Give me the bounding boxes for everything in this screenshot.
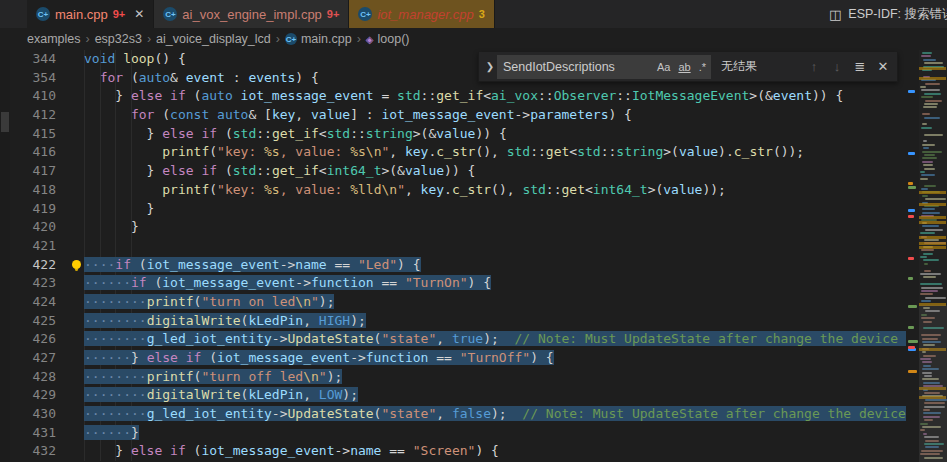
code-token xyxy=(233,88,241,103)
code-line[interactable]: 421 xyxy=(10,237,906,256)
line-number[interactable]: 412 xyxy=(10,106,74,125)
lightbulb-icon[interactable] xyxy=(72,260,81,269)
code-token: if xyxy=(186,350,202,365)
code-token: ······ xyxy=(84,275,131,290)
code-token: -> xyxy=(515,107,531,122)
line-number[interactable]: 421 xyxy=(10,237,74,256)
code-line[interactable]: 425········digitalWrite(kLedPin, HIGH); xyxy=(10,312,906,331)
code-token: "TurnOff" xyxy=(460,350,530,365)
line-number[interactable]: 419 xyxy=(10,200,74,219)
line-number[interactable]: 416 xyxy=(10,143,74,162)
whole-word-toggle[interactable]: ab xyxy=(675,60,693,74)
minimap-slider[interactable] xyxy=(919,305,947,462)
line-number[interactable]: 428 xyxy=(10,368,74,387)
line-number[interactable]: 427 xyxy=(10,349,74,368)
cpp-file-icon: C+ xyxy=(358,7,372,21)
code-token: ( xyxy=(209,144,217,159)
next-match-button[interactable]: ↓ xyxy=(827,59,847,74)
code-token: -> xyxy=(272,331,288,346)
selection-highlight: ····if (iot_message_event->name == "Led"… xyxy=(84,257,421,272)
line-number[interactable]: 415 xyxy=(10,125,74,144)
line-number[interactable]: 430 xyxy=(10,405,74,424)
code-token: "key: xyxy=(217,182,264,197)
line-number[interactable]: 418 xyxy=(10,181,74,200)
code-line[interactable]: 426········g_led_iot_entity->UpdateState… xyxy=(10,330,906,349)
breadcrumb-item-examples[interactable]: examples xyxy=(27,32,81,46)
code-token: else xyxy=(147,350,178,365)
code-token: == xyxy=(327,257,358,272)
toggle-replace-chevron-icon[interactable]: ❯ xyxy=(483,61,497,72)
find-input[interactable] xyxy=(497,59,647,75)
line-number[interactable]: 429 xyxy=(10,386,74,405)
code-token: ). xyxy=(718,144,734,159)
line-number[interactable]: 417 xyxy=(10,162,74,181)
line-number[interactable]: 410 xyxy=(10,87,74,106)
code-line[interactable]: 429········digitalWrite(kLedPin, LOW); xyxy=(10,386,906,405)
breadcrumb-item-main-cpp[interactable]: C+main.cpp xyxy=(285,32,352,46)
code-line[interactable]: 416 printf("key: %s, value: %s\n", key.c… xyxy=(10,143,906,162)
code-editor[interactable]: 344void loop() {354 for (auto& event : e… xyxy=(10,50,906,462)
split-editor-icon[interactable]: ◫ xyxy=(829,7,841,22)
code-line[interactable]: 431······} xyxy=(10,424,906,443)
code-line[interactable]: 428········printf("turn off led\n"); xyxy=(10,368,906,387)
tab-main-cpp[interactable]: C+main.cpp9+✕ xyxy=(27,0,154,28)
code-token: >(& xyxy=(749,88,772,103)
breadcrumb-item-loop-[interactable]: ◈loop() xyxy=(366,32,410,46)
code-token: , xyxy=(405,182,421,197)
minimap-code-bar xyxy=(925,229,943,231)
line-number[interactable]: 426 xyxy=(10,330,74,349)
tab-bar: C+main.cpp9+✕C+ai_vox_engine_impl.cpp9+C… xyxy=(0,0,947,28)
line-number[interactable]: 425 xyxy=(10,312,74,331)
find-buttons: ↑↓≣✕ xyxy=(804,59,893,74)
code-token: ] : xyxy=(350,107,381,122)
code-token: ( xyxy=(131,257,147,272)
ruler-mark xyxy=(908,209,915,212)
code-line[interactable]: 427······} else if (iot_message_event->f… xyxy=(10,349,906,368)
code-token: :: xyxy=(256,126,272,141)
code-token: get_if xyxy=(272,163,319,178)
minimap[interactable] xyxy=(919,50,947,462)
line-number[interactable]: 344 xyxy=(10,50,74,69)
line-number[interactable]: 432 xyxy=(10,442,74,461)
code-token: c_str xyxy=(452,182,491,197)
code-line[interactable]: 420 } xyxy=(10,218,906,237)
match-case-toggle[interactable]: Aa xyxy=(654,60,673,74)
code-line[interactable]: 412 for (const auto& [key, value] : iot_… xyxy=(10,106,906,125)
code-line[interactable]: 410 } else if (auto iot_message_event = … xyxy=(10,87,906,106)
code-line-content: ········g_led_iot_entity->UpdateState("s… xyxy=(74,405,906,424)
line-number[interactable]: 424 xyxy=(10,293,74,312)
code-line[interactable]: 419 } xyxy=(10,200,906,219)
code-token: ······ xyxy=(84,350,131,365)
tab-iot_manager-cpp[interactable]: C+iot_manager.cpp3 xyxy=(349,0,494,28)
code-token: ) { xyxy=(608,107,631,122)
tab-problems-badge: 9+ xyxy=(327,8,340,20)
breadcrumb-item-esp32s3[interactable]: esp32s3 xyxy=(95,32,142,46)
breadcrumb-item-ai-voice-display-lcd[interactable]: ai_voice_display_lcd xyxy=(156,32,271,46)
code-line[interactable]: 422····if (iot_message_event->name == "L… xyxy=(10,256,906,275)
overview-ruler[interactable] xyxy=(906,50,919,462)
code-line[interactable]: 432 } else if (iot_message_event->name =… xyxy=(10,442,906,461)
line-number[interactable]: 420 xyxy=(10,218,74,237)
code-line[interactable]: 423······if (iot_message_event->function… xyxy=(10,274,906,293)
close-find-button[interactable]: ✕ xyxy=(873,59,893,74)
tab-close-icon[interactable]: ✕ xyxy=(134,7,144,21)
line-number[interactable]: 431 xyxy=(10,424,74,443)
esp-idf-action-label[interactable]: ESP-IDF: 搜索错误 xyxy=(848,6,947,23)
tab-ai_vox_engine_impl-cpp[interactable]: C+ai_vox_engine_impl.cpp9+ xyxy=(154,0,349,28)
code-line[interactable]: 424········printf("turn on led\n"); xyxy=(10,293,906,312)
code-token: \n xyxy=(303,369,319,384)
code-line[interactable]: 417 } else if (std::get_if<int64_t>(&val… xyxy=(10,162,906,181)
code-line[interactable]: 430········g_led_iot_entity->UpdateState… xyxy=(10,405,906,424)
find-in-selection-button[interactable]: ≣ xyxy=(850,59,870,74)
line-number[interactable]: 423 xyxy=(10,274,74,293)
code-token: , value: xyxy=(280,144,350,159)
previous-match-button[interactable]: ↑ xyxy=(804,59,824,74)
code-line[interactable]: 418 printf("key: %s, value: %lld\n", key… xyxy=(10,181,906,200)
minimap-code-bar xyxy=(923,59,936,61)
regex-toggle[interactable]: .* xyxy=(696,60,709,74)
code-token: kLedPin xyxy=(248,313,303,328)
code-token: "state" xyxy=(381,406,436,421)
line-number[interactable]: 422 xyxy=(10,256,74,275)
code-line[interactable]: 415 } else if (std::get_if<std::string>(… xyxy=(10,125,906,144)
line-number[interactable]: 354 xyxy=(10,69,74,88)
